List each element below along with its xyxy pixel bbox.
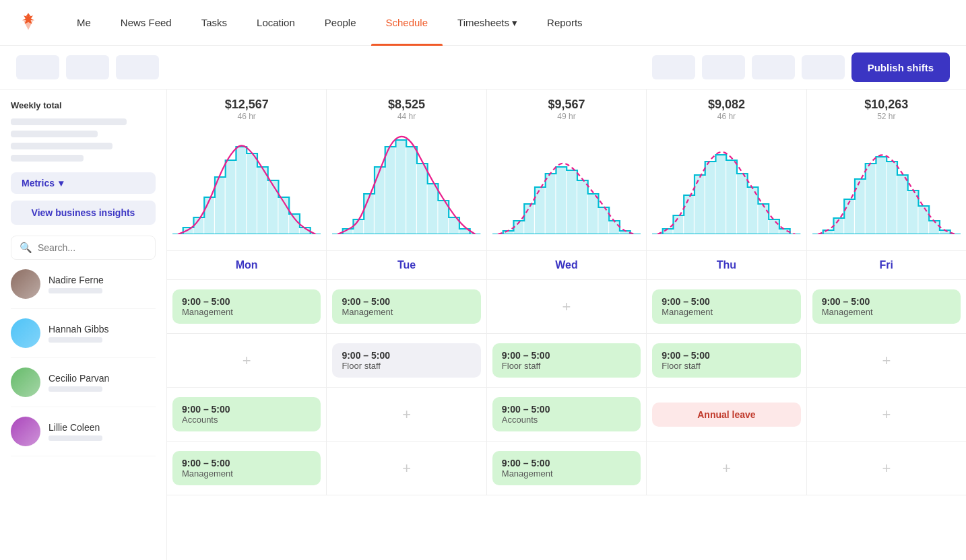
add-shift-button[interactable]: + bbox=[812, 406, 961, 423]
avatar bbox=[11, 368, 40, 397]
svg-rect-65 bbox=[907, 190, 917, 234]
toolbar-btn-7[interactable] bbox=[802, 55, 845, 79]
view-business-insights-button[interactable]: View business insights bbox=[11, 201, 156, 225]
nav-tasks[interactable]: Tasks bbox=[187, 0, 242, 46]
shift-time: 9:00 – 5:00 bbox=[822, 296, 951, 307]
chart-cell: $8,525 44 hr bbox=[327, 90, 486, 250]
main-content: Weekly total Metrics ▾ View business ins… bbox=[0, 90, 966, 560]
shift-card[interactable]: Annual leave bbox=[652, 403, 800, 427]
nav-news-feed[interactable]: News Feed bbox=[106, 0, 187, 46]
nav-timesheets[interactable]: Timesheets ▾ bbox=[443, 0, 532, 46]
nav-me[interactable]: Me bbox=[62, 0, 106, 46]
schedule-cell: + bbox=[807, 334, 966, 387]
nav-people[interactable]: People bbox=[310, 0, 371, 46]
toolbar-btn-5[interactable] bbox=[702, 55, 745, 79]
sidebar-person-row[interactable]: Cecilio Parvan bbox=[11, 358, 156, 407]
svg-rect-4 bbox=[215, 177, 225, 234]
toolbar-btn-4[interactable] bbox=[652, 55, 695, 79]
schedule-cell: 9:00 – 5:00 Accounts bbox=[167, 388, 327, 441]
svg-rect-60 bbox=[855, 179, 865, 234]
svg-rect-62 bbox=[876, 157, 886, 234]
chart-total: $8,525 bbox=[388, 98, 425, 112]
svg-rect-35 bbox=[567, 170, 577, 234]
add-shift-button[interactable]: + bbox=[172, 352, 321, 370]
shift-dept: Floor staff bbox=[342, 361, 471, 371]
shift-card[interactable]: 9:00 – 5:00 Accounts bbox=[172, 397, 321, 431]
chevron-down-icon: ▾ bbox=[512, 17, 517, 29]
weekly-total-label: Weekly total bbox=[11, 100, 156, 110]
shift-card[interactable]: 9:00 – 5:00 Management bbox=[492, 451, 641, 485]
svg-rect-19 bbox=[385, 147, 395, 234]
shift-card[interactable]: 9:00 – 5:00 Management bbox=[332, 289, 480, 324]
shift-dept: Accounts bbox=[182, 415, 311, 425]
schedule-cell: + bbox=[807, 442, 966, 495]
person-skel bbox=[49, 288, 102, 293]
schedule-person-row: + 9:00 – 5:00 Floor staff 9:00 – 5:00 Fl… bbox=[167, 334, 966, 388]
chart-cell: $9,082 46 hr bbox=[647, 90, 806, 250]
shift-card[interactable]: 9:00 – 5:00 Management bbox=[652, 289, 800, 324]
add-shift-button[interactable]: + bbox=[332, 460, 480, 477]
toolbar: Publish shifts bbox=[0, 46, 966, 90]
shift-card[interactable]: 9:00 – 5:00 Floor staff bbox=[492, 343, 641, 378]
svg-rect-63 bbox=[887, 162, 897, 234]
svg-rect-48 bbox=[716, 155, 726, 234]
add-shift-button[interactable]: + bbox=[812, 352, 961, 370]
day-header-tue: Tue bbox=[327, 251, 486, 279]
svg-rect-8 bbox=[257, 167, 267, 234]
add-shift-button[interactable]: + bbox=[652, 460, 800, 477]
shift-time: 9:00 – 5:00 bbox=[342, 350, 471, 361]
sidebar-person-row[interactable]: Lillie Coleen bbox=[11, 407, 156, 456]
shift-dept: Management bbox=[182, 468, 311, 479]
svg-rect-47 bbox=[705, 162, 715, 234]
toolbar-btn-2[interactable] bbox=[66, 55, 109, 79]
schedule-cell: 9:00 – 5:00 Management bbox=[327, 280, 486, 333]
chart-cell: $12,567 46 hr bbox=[167, 90, 327, 250]
publish-shifts-button[interactable]: Publish shifts bbox=[851, 53, 950, 82]
shift-card[interactable]: 9:00 – 5:00 Floor staff bbox=[332, 343, 480, 378]
days-header-row: MonTueWedThuFri bbox=[167, 251, 966, 280]
toolbar-btn-1[interactable] bbox=[16, 55, 59, 79]
chart-total: $9,567 bbox=[548, 98, 585, 112]
people-list: Nadire Ferne Hannah Gibbs Cecilio Parvan… bbox=[11, 260, 156, 555]
nav-schedule[interactable]: Schedule bbox=[371, 0, 443, 46]
nav-reports[interactable]: Reports bbox=[532, 0, 598, 46]
search-input[interactable] bbox=[38, 242, 147, 253]
search-icon: 🔍 bbox=[20, 242, 32, 254]
svg-rect-32 bbox=[535, 187, 545, 234]
shift-card[interactable]: 9:00 – 5:00 Management bbox=[172, 451, 321, 485]
shift-card[interactable]: 9:00 – 5:00 Management bbox=[812, 289, 961, 324]
shift-time: 9:00 – 5:00 bbox=[662, 350, 791, 361]
svg-rect-53 bbox=[769, 219, 779, 234]
svg-rect-49 bbox=[726, 160, 736, 234]
svg-rect-6 bbox=[236, 147, 246, 234]
chart-hours: 49 hr bbox=[557, 112, 575, 121]
app-logo[interactable] bbox=[16, 9, 40, 36]
shift-dept: Floor staff bbox=[502, 361, 631, 371]
svg-rect-7 bbox=[247, 153, 257, 234]
sidebar-person-row[interactable]: Hannah Gibbs bbox=[11, 309, 156, 358]
toolbar-btn-6[interactable] bbox=[752, 55, 795, 79]
chart-svg bbox=[492, 127, 641, 234]
shift-dept: Floor staff bbox=[662, 361, 791, 371]
shift-time: 9:00 – 5:00 bbox=[502, 458, 631, 468]
toolbar-btn-3[interactable] bbox=[116, 55, 159, 79]
metrics-button[interactable]: Metrics ▾ bbox=[11, 172, 156, 194]
add-shift-button[interactable]: + bbox=[492, 298, 641, 316]
shift-card[interactable]: 9:00 – 5:00 Floor staff bbox=[652, 343, 800, 378]
shift-card[interactable]: 9:00 – 5:00 Management bbox=[172, 289, 321, 324]
shift-card[interactable]: 9:00 – 5:00 Accounts bbox=[492, 397, 641, 431]
shift-dept: Management bbox=[182, 307, 311, 317]
add-shift-button[interactable]: + bbox=[332, 406, 480, 423]
schedule-person-row: 9:00 – 5:00 Accounts + 9:00 – 5:00 Accou… bbox=[167, 388, 966, 442]
chart-svg bbox=[652, 127, 800, 234]
person-name: Hannah Gibbs bbox=[49, 324, 109, 335]
svg-rect-24 bbox=[439, 201, 449, 234]
sidebar-person-row[interactable]: Nadire Ferne bbox=[11, 260, 156, 309]
nav-location[interactable]: Location bbox=[242, 0, 310, 46]
schedule-cell: 9:00 – 5:00 Floor staff bbox=[327, 334, 486, 387]
nav-items: Me News Feed Tasks Location People Sched… bbox=[62, 0, 950, 46]
schedule-grid: $12,567 46 hr $8,525 44 hr $9,567 49 hr … bbox=[167, 90, 966, 560]
schedule-person-row: 9:00 – 5:00 Management + 9:00 – 5:00 Man… bbox=[167, 442, 966, 495]
svg-rect-66 bbox=[918, 206, 928, 234]
add-shift-button[interactable]: + bbox=[812, 460, 961, 477]
